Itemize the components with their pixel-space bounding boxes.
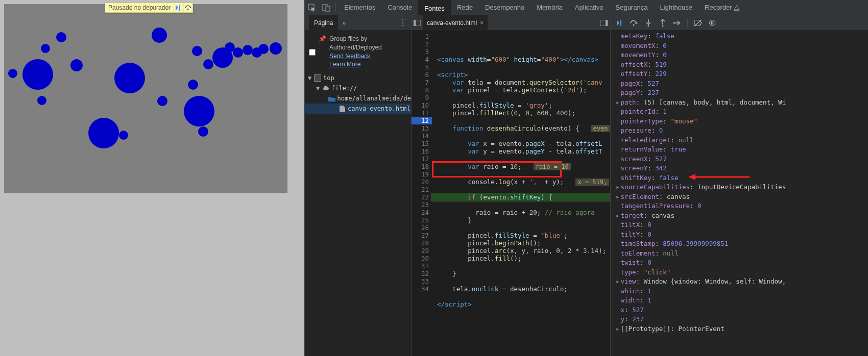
- scope-row[interactable]: width: 1: [616, 296, 868, 306]
- tree-file[interactable]: canva-evento.html: [348, 105, 411, 112]
- navigator-menu-icon[interactable]: ⋮: [399, 18, 407, 28]
- close-tab-icon[interactable]: ×: [480, 19, 484, 27]
- resume-icon[interactable]: [614, 17, 626, 29]
- line-number[interactable]: 33: [412, 277, 432, 285]
- line-number[interactable]: 30: [412, 255, 432, 262]
- line-number[interactable]: 32: [412, 270, 432, 277]
- step-icon[interactable]: [671, 17, 683, 29]
- scope-row[interactable]: ▸path: (5) [canvas, body, html, document…: [616, 98, 868, 108]
- deactivate-breakpoints-icon[interactable]: [692, 17, 704, 29]
- code-line[interactable]: pincel.fillStyle = 'gray';: [432, 101, 610, 109]
- scope-row[interactable]: ▸target: canvas: [616, 211, 868, 221]
- scope-row[interactable]: type: "click": [616, 268, 868, 277]
- code-line[interactable]: var raio = 10; raio = 10: [432, 163, 610, 170]
- line-number[interactable]: 9: [412, 94, 432, 101]
- scope-row[interactable]: offsetX: 519: [616, 60, 868, 70]
- code-line[interactable]: [432, 308, 610, 316]
- canvas[interactable]: [4, 4, 287, 193]
- line-number[interactable]: 34: [412, 285, 432, 293]
- scope-row[interactable]: shiftKey: false: [616, 173, 868, 183]
- devtools-tab[interactable]: Lighthouse: [654, 0, 698, 15]
- line-number[interactable]: 20: [412, 178, 432, 186]
- scope-row[interactable]: ▸view: Window {window: Window, self: Win…: [616, 277, 868, 287]
- line-number[interactable]: 23: [412, 201, 432, 209]
- code-line[interactable]: pincel.beginPath();: [432, 239, 610, 247]
- code-line[interactable]: [432, 63, 610, 71]
- scope-row[interactable]: relatedTarget: null: [616, 136, 868, 145]
- code-line[interactable]: [432, 155, 610, 163]
- line-number[interactable]: 18: [412, 163, 432, 170]
- editor-tab[interactable]: canva-evento.html ×: [423, 15, 488, 31]
- line-number[interactable]: 21: [412, 186, 432, 193]
- code-line[interactable]: [432, 94, 610, 101]
- code-line[interactable]: [432, 293, 610, 300]
- code-line[interactable]: }: [432, 270, 610, 277]
- code-line[interactable]: [432, 186, 610, 193]
- code-line[interactable]: [432, 170, 610, 178]
- devtools-tab[interactable]: Elementos: [338, 0, 381, 15]
- file-tree[interactable]: ▼top ▼file:// home/allanalmeida/de canva…: [305, 73, 411, 114]
- code-line[interactable]: [432, 277, 610, 285]
- line-number[interactable]: 19: [412, 170, 432, 178]
- devtools-tab[interactable]: Desempenho: [479, 0, 531, 15]
- expand-icon[interactable]: ▸: [616, 212, 620, 219]
- scope-row[interactable]: pressure: 0: [616, 126, 868, 136]
- line-number[interactable]: 31: [412, 262, 432, 270]
- tree-origin[interactable]: file://: [331, 85, 357, 92]
- scope-row[interactable]: timeStamp: 85096.39999999851: [616, 239, 868, 249]
- scope-row[interactable]: movementY: 0: [616, 50, 868, 60]
- step-over-button[interactable]: [183, 3, 192, 12]
- line-number[interactable]: 7: [412, 79, 432, 86]
- expand-icon[interactable]: ▸: [616, 193, 620, 200]
- scope-row[interactable]: screenY: 342: [616, 164, 868, 173]
- scope-row[interactable]: toElement: null: [616, 249, 868, 259]
- expand-icon[interactable]: ▸: [616, 183, 620, 191]
- code-area[interactable]: 1234567891011121314151617181920212223242…: [412, 31, 610, 356]
- line-number[interactable]: 17: [412, 155, 432, 163]
- scope-row[interactable]: tiltY: 0: [616, 230, 868, 240]
- toggle-debugger-icon[interactable]: [598, 20, 610, 26]
- line-number[interactable]: 6: [412, 71, 432, 79]
- code-line[interactable]: <script>: [432, 71, 610, 79]
- code-line[interactable]: tela.onclick = desenhaCirculo;: [432, 285, 610, 293]
- scope-row[interactable]: ▸sourceCapabilities: InputDeviceCapabili…: [616, 183, 868, 192]
- code-line[interactable]: [432, 201, 610, 209]
- step-out-icon[interactable]: [657, 17, 669, 29]
- devtools-tab[interactable]: Aplicativo: [569, 0, 610, 15]
- code-line[interactable]: if (evento.shiftKey) {: [432, 193, 610, 201]
- code-line[interactable]: raio = raio + 20; // raio agora: [432, 209, 610, 216]
- code-line[interactable]: [432, 117, 610, 124]
- scope-row[interactable]: offsetY: 229: [616, 69, 868, 79]
- scope-row[interactable]: ▸srcElement: canvas: [616, 192, 868, 202]
- learn-more-link[interactable]: Learn More: [329, 60, 407, 69]
- more-tabs-icon[interactable]: »: [342, 19, 346, 27]
- group-files-checkbox[interactable]: [309, 36, 316, 69]
- scope-row[interactable]: twist: 0: [616, 258, 868, 268]
- line-number[interactable]: 13: [412, 124, 432, 132]
- scope-row[interactable]: pageY: 237: [616, 88, 868, 98]
- line-number[interactable]: 12: [412, 117, 432, 124]
- code-line[interactable]: var tela = document.querySelector('canv: [432, 79, 610, 86]
- tree-folder[interactable]: home/allanalmeida/de: [337, 95, 412, 102]
- line-number[interactable]: 15: [412, 140, 432, 147]
- devtools-tab[interactable]: Segurança: [610, 0, 654, 15]
- line-number[interactable]: 28: [412, 239, 432, 247]
- scope-row[interactable]: tangentialPressure: 0: [616, 201, 868, 211]
- scope-row[interactable]: which: 1: [616, 287, 868, 296]
- code-line[interactable]: pincel.fillRect(0, 0, 600, 400);: [432, 109, 610, 117]
- line-number[interactable]: 10: [412, 101, 432, 109]
- code-line[interactable]: pincel.fillStyle = 'blue';: [432, 232, 610, 239]
- devtools-tab[interactable]: Rede: [451, 0, 479, 15]
- line-number[interactable]: 3: [412, 48, 432, 56]
- inspect-element-icon[interactable]: [305, 1, 319, 15]
- scope-row[interactable]: metaKey: false: [616, 32, 868, 41]
- scope-properties[interactable]: metaKey: false movementX: 0 movementY: 0…: [611, 31, 868, 356]
- tree-top[interactable]: top: [323, 74, 334, 82]
- device-toolbar-icon[interactable]: [319, 1, 333, 15]
- code-line[interactable]: var y = evento.pageY - tela.offsetT: [432, 147, 610, 155]
- line-number[interactable]: 5: [412, 63, 432, 71]
- code-line[interactable]: pincel.arc(x, y, raio, 0, 2 * 3.14);: [432, 247, 610, 255]
- send-feedback-link[interactable]: Send feedback: [329, 52, 407, 61]
- line-number[interactable]: 25: [412, 216, 432, 224]
- line-number[interactable]: 22: [412, 193, 432, 201]
